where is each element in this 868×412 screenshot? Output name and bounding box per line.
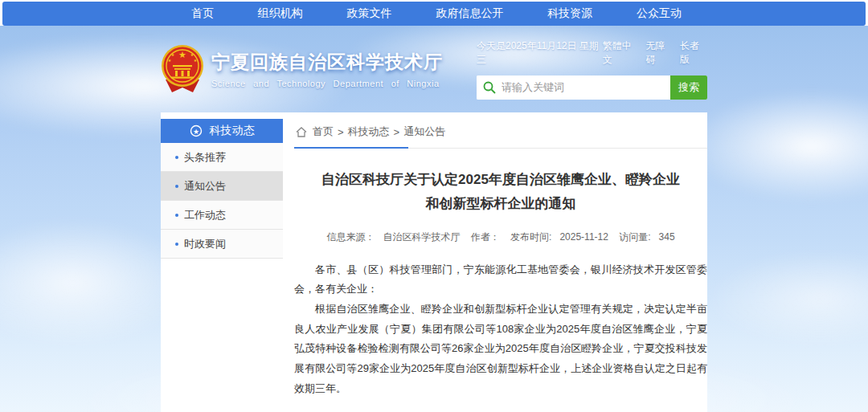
svg-text:★: ★	[168, 58, 172, 63]
svg-text:★: ★	[194, 58, 198, 63]
sidebar-menu: 头条推荐 通知公告 工作动态 时政要闻	[161, 143, 283, 259]
meta-visits: 345	[659, 231, 675, 243]
elder-version-link[interactable]: 长者版	[680, 39, 707, 67]
cloud	[707, 251, 868, 347]
article-paragraph: 根据自治区雏鹰企业、瞪羚企业和创新型标杆企业认定管理有关规定，决定认定半亩良人农…	[294, 300, 707, 398]
date-row: 今天是2025年11月12日 星期三 繁體中文 无障碍 长者版	[477, 39, 707, 67]
sidebar: ★ 科技动态 头条推荐 通知公告 工作动态 时政要闻	[161, 119, 283, 412]
bullet-dot-icon	[175, 243, 178, 246]
sidebar-item-label: 时政要闻	[184, 237, 226, 251]
site-subtitle: Science and Technology Department of Nin…	[211, 79, 443, 88]
article-section: 首页 > 科技动态 > 通知公告 自治区科技厅关于认定2025年度自治区雏鹰企业…	[283, 119, 707, 412]
brand-text: 宁夏回族自治区科学技术厅 Science and Technology Depa…	[211, 50, 443, 88]
search-icon	[483, 81, 496, 94]
breadcrumb-separator: >	[338, 126, 344, 138]
meta-visits-label: 访问量:	[619, 231, 650, 243]
breadcrumb-separator: >	[394, 126, 400, 138]
header-right: 今天是2025年11月12日 星期三 繁體中文 无障碍 长者版 搜索	[477, 39, 707, 100]
bullet-dot-icon	[175, 156, 178, 159]
meta-author-label: 作者：	[471, 231, 500, 243]
sidebar-item-headlines[interactable]: 头条推荐	[161, 143, 283, 172]
cloud	[683, 90, 868, 202]
traditional-chinese-link[interactable]: 繁體中文	[603, 39, 640, 67]
svg-text:★: ★	[171, 52, 175, 57]
site-title: 宁夏回族自治区科学技术厅	[211, 50, 443, 75]
sidebar-item-work-updates[interactable]: 工作动态	[161, 201, 283, 230]
breadcrumb-home[interactable]: 首页	[313, 124, 334, 139]
article-body: 各市、县（区）科技管理部门，宁东能源化工基地管委会，银川经济技术开发区管委会，各…	[294, 260, 707, 399]
svg-text:★: ★	[190, 52, 194, 57]
search-input[interactable]	[477, 75, 670, 100]
national-emblem-logo: ★ ★ ★ ★ ★	[161, 44, 204, 94]
site-header: ★ ★ ★ ★ ★ 宁夏回族自治区科学技术厅 Science and Techn…	[161, 26, 707, 112]
nav-item-home[interactable]: 首页	[191, 6, 214, 21]
quick-links: 繁體中文 无障碍 长者版	[603, 39, 707, 67]
meta-publish-date: 2025-11-12	[559, 231, 608, 243]
main-content-panel: ★ 科技动态 头条推荐 通知公告 工作动态 时政要闻	[161, 112, 707, 412]
sidebar-item-label: 头条推荐	[184, 150, 226, 165]
bullet-dot-icon	[175, 185, 178, 188]
breadcrumb-current: 通知公告	[403, 124, 445, 139]
star-circle-icon: ★	[190, 124, 203, 137]
sidebar-item-notices[interactable]: 通知公告	[161, 172, 283, 201]
sidebar-item-current-politics[interactable]: 时政要闻	[161, 230, 283, 259]
svg-text:★: ★	[178, 50, 186, 59]
sidebar-header: ★ 科技动态	[161, 119, 283, 143]
meta-source-label: 信息来源：	[326, 231, 375, 243]
nav-item-government-info-disclosure[interactable]: 政府信息公开	[436, 6, 503, 21]
meta-publish-label: 发布时间:	[510, 231, 551, 243]
bullet-dot-icon	[175, 214, 178, 217]
search-bar: 搜索	[477, 75, 707, 100]
article-title-line: 和创新型标杆企业的通知	[294, 192, 707, 216]
sidebar-title: 科技动态	[210, 124, 255, 138]
search-button[interactable]: 搜索	[670, 75, 707, 100]
top-navigation: 首页 组织机构 政策文件 政府信息公开 科技资源 公众互动	[2, 2, 866, 26]
nav-item-public-interaction[interactable]: 公众互动	[637, 6, 682, 21]
article-meta: 信息来源：自治区科学技术厅 作者： 发布时间:2025-11-12 访问量:34…	[294, 230, 707, 244]
svg-text:★: ★	[192, 128, 199, 136]
article-title: 自治区科技厅关于认定2025年度自治区雏鹰企业、瞪羚企业 和创新型标杆企业的通知	[294, 168, 707, 216]
breadcrumb: 首页 > 科技动态 > 通知公告	[294, 119, 707, 149]
sidebar-item-label: 通知公告	[184, 179, 226, 194]
nav-item-organization[interactable]: 组织机构	[258, 6, 303, 21]
home-icon	[296, 127, 307, 137]
article-title-line: 自治区科技厅关于认定2025年度自治区雏鹰企业、瞪羚企业	[294, 168, 707, 192]
nav-item-tech-resources[interactable]: 科技资源	[547, 6, 592, 21]
meta-source: 自治区科学技术厅	[383, 231, 460, 243]
sidebar-item-label: 工作动态	[184, 208, 226, 222]
article-paragraph: 各市、县（区）科技管理部门，宁东能源化工基地管委会，银川经济技术开发区管委会，各…	[294, 260, 707, 300]
accessibility-link[interactable]: 无障碍	[646, 39, 674, 67]
current-date: 今天是2025年11月12日 星期三	[477, 39, 603, 67]
nav-item-policy-documents[interactable]: 政策文件	[347, 6, 392, 21]
breadcrumb-category[interactable]: 科技动态	[348, 124, 390, 139]
top-navigation-inner: 首页 组织机构 政策文件 政府信息公开 科技资源 公众互动	[161, 2, 707, 26]
site-brand[interactable]: ★ ★ ★ ★ ★ 宁夏回族自治区科学技术厅 Science and Techn…	[161, 44, 443, 94]
breadcrumb-active-underline	[294, 147, 408, 149]
